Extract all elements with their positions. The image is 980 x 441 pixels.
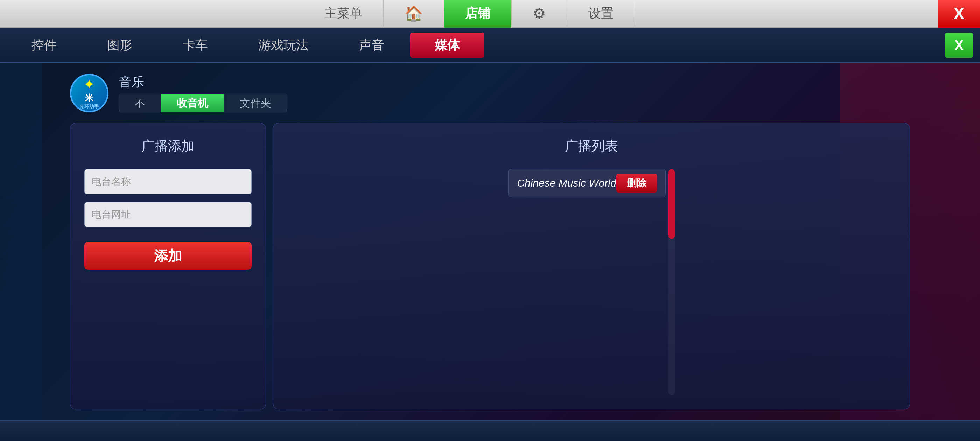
close-icon: X xyxy=(953,4,965,23)
nav-shop[interactable]: 店铺 xyxy=(444,0,512,28)
top-nav: 主菜单 🏠 店铺 ⚙ 设置 X xyxy=(0,0,980,28)
sub-nav-gameplay-label: 游戏玩法 xyxy=(258,37,309,54)
app-logo: ✦ 米 光环助手 xyxy=(70,74,108,112)
sub-nav-media-label: 媒体 xyxy=(435,37,460,54)
scrollbar-thumb xyxy=(668,169,675,239)
sub-nav-controls-label: 控件 xyxy=(32,37,57,54)
broadcast-item-name: Chinese Music World xyxy=(517,177,616,189)
music-tab-off[interactable]: 不 xyxy=(119,94,161,112)
broadcast-scroll-container: Chinese Music World 删除 xyxy=(508,169,675,395)
sub-nav-close-button[interactable]: X xyxy=(945,33,973,58)
music-tab-folder-label: 文件夹 xyxy=(240,96,271,111)
add-station-button[interactable]: 添加 xyxy=(84,242,251,270)
station-url-input[interactable] xyxy=(84,202,251,227)
main-content: ✦ 米 光环助手 音乐 不 收音机 文件夹 广播添加 xyxy=(0,63,980,420)
sub-nav-sound-label: 声音 xyxy=(359,37,384,54)
delete-station-button[interactable]: 删除 xyxy=(616,174,657,193)
sub-nav-gameplay[interactable]: 游戏玩法 xyxy=(234,33,333,58)
sub-nav: 控件 图形 卡车 游戏玩法 声音 媒体 X xyxy=(0,28,980,63)
sub-nav-sound[interactable]: 声音 xyxy=(335,33,409,58)
broadcast-list-title: 广播列表 xyxy=(565,137,618,155)
logo-star-icon: ✦ xyxy=(83,76,95,92)
logo-top-text: 米 xyxy=(85,92,94,103)
music-tab-radio-label: 收音机 xyxy=(177,96,208,111)
sub-nav-graphics-label: 图形 xyxy=(107,37,132,54)
top-nav-items: 主菜单 🏠 店铺 ⚙ 设置 xyxy=(0,0,938,28)
nav-main-menu-label: 主菜单 xyxy=(325,5,362,22)
broadcast-add-card: 广播添加 添加 xyxy=(70,123,266,409)
music-section-title: 音乐 xyxy=(119,73,287,91)
broadcast-list-card: 广播列表 Chinese Music World 删除 xyxy=(273,123,910,409)
broadcast-list-item: Chinese Music World 删除 xyxy=(508,169,665,197)
sub-nav-controls[interactable]: 控件 xyxy=(7,33,81,58)
broadcast-add-form: 添加 xyxy=(84,169,251,270)
music-tab-folder[interactable]: 文件夹 xyxy=(224,94,287,112)
gear-icon: ⚙ xyxy=(533,5,546,22)
nav-settings[interactable]: 设置 xyxy=(567,0,635,28)
section-header: ✦ 米 光环助手 音乐 不 收音机 文件夹 xyxy=(70,73,910,112)
logo-bottom-text: 光环助手 xyxy=(80,103,99,110)
music-tab-radio[interactable]: 收音机 xyxy=(161,94,224,112)
add-station-label: 添加 xyxy=(154,248,182,264)
section-info: 音乐 不 收音机 文件夹 xyxy=(119,73,287,112)
sub-nav-graphics[interactable]: 图形 xyxy=(83,33,157,58)
nav-main-menu[interactable]: 主菜单 xyxy=(304,0,383,28)
sub-close-icon: X xyxy=(955,37,964,53)
broadcast-list: Chinese Music World 删除 xyxy=(508,169,665,395)
sub-nav-media[interactable]: 媒体 xyxy=(410,33,484,58)
sub-nav-truck-label: 卡车 xyxy=(183,37,208,54)
bottom-strip xyxy=(0,420,980,441)
sub-nav-truck[interactable]: 卡车 xyxy=(158,33,232,58)
nav-settings-label: 设置 xyxy=(589,5,614,22)
music-tab-off-label: 不 xyxy=(135,96,145,111)
delete-label: 删除 xyxy=(627,177,646,188)
home-icon: 🏠 xyxy=(405,5,423,22)
music-tabs: 不 收音机 文件夹 xyxy=(119,94,287,112)
top-nav-close-button[interactable]: X xyxy=(938,0,980,28)
nav-shop-label: 店铺 xyxy=(465,5,490,22)
broadcast-add-title: 广播添加 xyxy=(142,137,195,155)
custom-scrollbar[interactable] xyxy=(668,169,675,395)
nav-home[interactable]: 🏠 xyxy=(383,0,444,28)
station-name-input[interactable] xyxy=(84,169,251,194)
nav-gear[interactable]: ⚙ xyxy=(512,0,567,28)
cards-area: 广播添加 添加 广播列表 Chinese Music World 删除 xyxy=(70,123,910,409)
